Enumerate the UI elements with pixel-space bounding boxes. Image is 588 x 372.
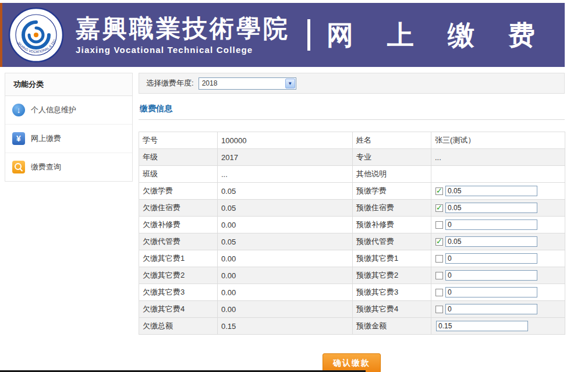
prepay-checkbox[interactable] [435, 289, 443, 296]
row-value-cell [431, 301, 565, 318]
table-row: 欠缴补修费0.00预缴补修费 [139, 217, 565, 233]
table-row: 班级...其他说明 [139, 166, 565, 183]
row-label: 预缴金额 [353, 318, 431, 335]
section-title-payment-info: 缴费信息 [140, 104, 172, 113]
main-panel: 选择缴费年度: 2018 ▼ 缴费信息 学号100000姓名张三(测试）年级20… [139, 73, 565, 372]
row-label: 姓名 [353, 132, 431, 149]
sidebar-title: 功能分类 [5, 73, 132, 96]
row-value: 0.00 [218, 250, 353, 267]
row-label: 欠缴补修费 [139, 217, 218, 233]
row-value-cell: ... [431, 149, 565, 166]
row-value-cell: 张三(测试） [431, 132, 565, 149]
row-label: 其他说明 [353, 166, 431, 183]
confirm-payment-button[interactable]: 确认缴款 [323, 353, 381, 372]
row-label: 欠缴住宿费 [139, 200, 218, 217]
prepay-amount-input[interactable] [445, 304, 537, 314]
row-value: 0.00 [218, 284, 353, 301]
row-value-cell [431, 200, 565, 217]
row-value: 0.05 [218, 200, 353, 217]
row-value-cell [431, 183, 565, 200]
prepay-checkbox[interactable] [435, 187, 443, 195]
sidebar-item-list: 个人信息维护网上缴费缴费查询 [5, 96, 132, 181]
row-label: 欠缴总额 [139, 318, 218, 335]
year-select-value: 2018 [202, 79, 218, 87]
payment-year-label: 选择缴费年度: [146, 78, 194, 88]
user-info-icon [12, 104, 25, 116]
row-value: 2017 [218, 149, 353, 166]
row-value: 0.00 [218, 217, 353, 233]
row-label: 班级 [139, 166, 218, 183]
row-label: 欠缴其它费2 [139, 267, 218, 284]
row-label: 学号 [139, 132, 218, 149]
prepay-amount-input[interactable] [445, 270, 537, 281]
prepay-amount-input[interactable] [445, 253, 537, 264]
site-header: JIAXING VOCATIONAL & TECHNICAL COLLEGE 嘉… [0, 3, 565, 67]
row-value: 0.15 [218, 318, 353, 335]
content-area: 功能分类 个人信息维护网上缴费缴费查询 选择缴费年度: 2018 ▼ 缴费信息 … [5, 73, 565, 372]
table-row: 年级2017专业... [139, 149, 565, 166]
online-payment-icon [12, 132, 25, 145]
row-label: 欠缴学费 [139, 183, 218, 200]
row-label: 年级 [139, 149, 218, 166]
prepay-amount-input[interactable] [445, 219, 537, 230]
online-payment-page: JIAXING VOCATIONAL & TECHNICAL COLLEGE 嘉… [0, 0, 588, 372]
prepay-checkbox[interactable] [435, 221, 443, 229]
row-value-cell [431, 250, 565, 267]
school-name-en: Jiaxing Vocational Technical College [76, 45, 290, 55]
table-row: 欠缴住宿费0.05预缴住宿费 [139, 200, 565, 217]
row-value: 0.00 [218, 301, 353, 318]
site-title: 网上缴费 [327, 22, 569, 48]
sidebar-item-label: 个人信息维护 [31, 105, 76, 115]
chevron-down-icon: ▼ [285, 79, 295, 88]
school-name-block: 嘉興職業技術學院 Jiaxing Vocational Technical Co… [76, 15, 290, 55]
prepay-checkbox[interactable] [435, 272, 443, 279]
prepay-amount-input[interactable] [445, 186, 537, 196]
section-head: 缴费信息 [139, 94, 565, 120]
row-value-cell [431, 284, 565, 301]
table-row: 欠缴其它费20.00预缴其它费2 [139, 267, 565, 284]
prepay-amount-input[interactable] [445, 236, 537, 247]
prepay-amount-input[interactable] [436, 321, 528, 331]
prepay-amount-input[interactable] [445, 287, 537, 297]
table-row: 欠缴其它费40.00预缴其它费4 [139, 301, 565, 318]
row-label: 预缴其它费2 [353, 267, 431, 284]
table-row: 欠缴代管费0.05预缴代管费 [139, 233, 565, 250]
row-value-cell [431, 267, 565, 284]
table-row: 学号100000姓名张三(测试） [139, 132, 565, 149]
prepay-checkbox[interactable] [435, 306, 443, 313]
year-filter-bar: 选择缴费年度: 2018 ▼ [139, 73, 565, 94]
table-row: 欠缴总额0.15预缴金额 [139, 318, 565, 335]
sidebar-item-3[interactable]: 缴费查询 [5, 153, 132, 181]
row-label: 欠缴其它费3 [139, 284, 218, 301]
row-label: 预缴代管费 [353, 233, 431, 250]
row-label: 专业 [353, 149, 431, 166]
payment-query-icon [12, 161, 25, 173]
prepay-checkbox[interactable] [435, 238, 443, 246]
button-row: 确认缴款 [139, 353, 565, 372]
row-label: 预缴其它费1 [353, 250, 431, 267]
row-label: 欠缴其它费1 [139, 250, 218, 267]
row-label: 预缴住宿费 [353, 200, 431, 217]
prepay-amount-input[interactable] [445, 203, 537, 213]
table-row: 欠缴其它费30.00预缴其它费3 [139, 284, 565, 301]
sidebar-item-1[interactable]: 个人信息维护 [5, 96, 132, 125]
sidebar-item-label: 缴费查询 [31, 162, 61, 172]
table-row: 欠缴其它费10.00预缴其它费1 [139, 250, 565, 267]
prepay-checkbox[interactable] [435, 204, 443, 212]
sidebar-item-label: 网上缴费 [31, 133, 61, 144]
payment-info-table: 学号100000姓名张三(测试）年级2017专业...班级...其他说明欠缴学费… [139, 132, 565, 335]
row-value: 0.05 [218, 233, 353, 250]
row-label: 预缴其它费3 [353, 284, 431, 301]
row-value-cell [431, 217, 565, 233]
prepay-checkbox[interactable] [435, 255, 443, 263]
sidebar-item-2[interactable]: 网上缴费 [5, 125, 132, 153]
year-select[interactable]: 2018 ▼ [199, 77, 296, 90]
row-value: 100000 [218, 132, 353, 149]
row-value-cell [431, 166, 565, 183]
sidebar: 功能分类 个人信息维护网上缴费缴费查询 [5, 73, 133, 182]
school-logo: JIAXING VOCATIONAL & TECHNICAL COLLEGE [8, 7, 64, 63]
row-value: ... [218, 166, 353, 183]
row-value-cell [431, 233, 565, 250]
table-row: 欠缴学费0.05预缴学费 [139, 183, 565, 200]
row-value-cell [431, 318, 565, 335]
